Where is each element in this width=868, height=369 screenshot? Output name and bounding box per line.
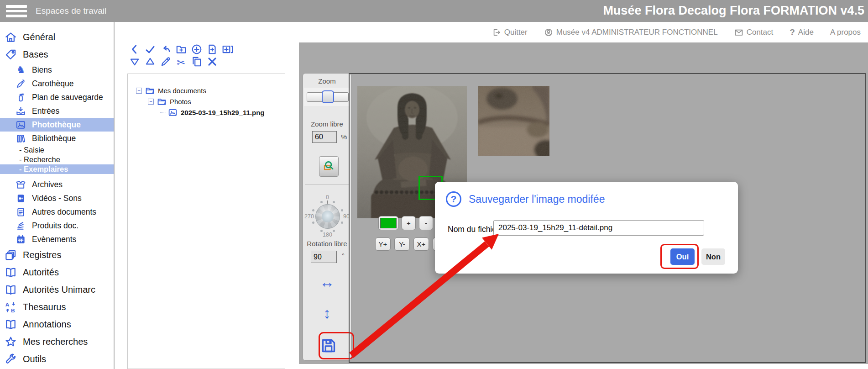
folder-plus-button[interactable] (175, 44, 187, 56)
check-icon (144, 43, 156, 57)
rotation-value-input[interactable] (311, 251, 337, 263)
sidebar-item-general[interactable]: Général (0, 28, 114, 46)
sidebar-item-biens[interactable]: ♞Biens (0, 63, 114, 77)
pen-icon (16, 79, 26, 89)
rotation-unit-label: ° (342, 252, 345, 259)
dial-knob-center (322, 211, 334, 222)
undo-icon (160, 43, 172, 57)
back-button[interactable] (129, 44, 141, 56)
dial-label-0: 0 (303, 194, 352, 200)
scissors-icon: ✂ (177, 58, 185, 68)
wrench-icon (5, 353, 17, 365)
sidebar-item-label: Biens (32, 65, 52, 75)
x-plus-button[interactable]: X+ (413, 237, 429, 251)
sidebar-item-plan-de-sauvegarde[interactable]: Plan de sauvegarde (0, 90, 114, 104)
sidebar-item-evenements[interactable]: Evènements (0, 232, 114, 246)
triangle-down-button[interactable] (129, 57, 141, 69)
color-swatch-button[interactable] (378, 216, 398, 230)
y-minus-button[interactable]: Y- (394, 237, 410, 251)
picture-icon (16, 120, 26, 130)
pencil-button[interactable] (160, 57, 172, 69)
dial-tick (327, 200, 328, 204)
sidebar-item-autorites-unimarc[interactable]: Autorités Unimarc (0, 281, 114, 298)
sidebar-item-autorites[interactable]: Autorités (0, 264, 114, 281)
triangle-up-button[interactable] (144, 57, 156, 69)
filename-input[interactable] (493, 220, 704, 236)
sidebar-item-label: Mes recherches (23, 337, 88, 347)
utility-label: Aide (798, 28, 814, 37)
minus-button[interactable]: - (419, 216, 433, 230)
sidebar-item-phototheque[interactable]: Photothèque (0, 118, 114, 132)
sidebar-item-label: - Exemplaires (19, 165, 68, 174)
file-plus-button[interactable] (206, 44, 218, 56)
close-button[interactable] (206, 57, 218, 69)
detail-crop-photo (478, 86, 549, 156)
contact-link[interactable]: Contact (734, 28, 774, 37)
image-file-icon (168, 108, 178, 117)
apply-zoom-button[interactable] (319, 156, 339, 177)
box-plus-button[interactable] (222, 44, 234, 56)
tree-node-file[interactable]: 2025-03-19_15h29_11.png (128, 107, 285, 118)
flip-vertical-button[interactable]: ↕ (303, 306, 351, 321)
menu-icon[interactable] (6, 5, 27, 17)
sidebar-item-bibliotheque[interactable]: Bibliothèque (0, 132, 114, 145)
tree-node-folder[interactable]: −Mes documents (128, 85, 285, 96)
sidebar-item-outils[interactable]: Outils (0, 350, 114, 368)
check-button[interactable] (144, 44, 156, 56)
quitter-link[interactable]: Quitter (492, 28, 528, 37)
plus-button[interactable]: + (402, 216, 416, 230)
magnifier-icon (322, 159, 336, 174)
y-plus-button[interactable]: Y+ (375, 237, 391, 251)
sidebar-item-label: Outils (23, 354, 46, 364)
sidebar-item-label: Général (23, 32, 55, 42)
separator (305, 184, 349, 185)
dial-knob[interactable] (315, 204, 340, 229)
svg-text:A: A (5, 301, 10, 308)
zoom-slider-thumb[interactable] (322, 90, 334, 103)
sidebar-item-bases[interactable]: Bases (0, 46, 114, 63)
flip-horizontal-button[interactable]: ↔ (303, 274, 351, 290)
sidebar-item-exemplaires[interactable]: - Exemplaires (0, 164, 114, 174)
sidebar-item-saisie[interactable]: - Saisie (0, 145, 114, 155)
user-link[interactable]: Musée v4 ADMINISTRATEUR FONCTIONNEL (544, 28, 718, 37)
sidebar-item-produits-doc[interactable]: Produits doc. (0, 219, 114, 232)
yes-button[interactable]: Oui (670, 248, 695, 265)
sidebar-item-label: - Saisie (19, 146, 44, 154)
utility-label: Contact (747, 28, 774, 37)
user-icon (544, 28, 553, 37)
dial-dot (341, 209, 343, 211)
undo-button[interactable] (160, 44, 172, 56)
circle-plus-button[interactable] (191, 44, 203, 56)
expander-icon[interactable]: − (148, 99, 154, 105)
rotation-dial[interactable]: 0 270 90 180 (303, 194, 352, 238)
sidebar-item-annotations[interactable]: Annotations (0, 316, 114, 333)
sidebar-item-autres-documents[interactable]: Autres documents (0, 205, 114, 219)
no-button[interactable]: Non (701, 248, 725, 265)
expander-icon[interactable]: − (136, 88, 142, 94)
aide-link[interactable]: ?Aide (790, 27, 814, 37)
video-icon (16, 193, 26, 204)
sidebar-item-registres[interactable]: Registres (0, 246, 114, 264)
scissors-button[interactable]: ✂ (175, 57, 187, 69)
sidebar-item-videos-sons[interactable]: Vidéos - Sons (0, 191, 114, 205)
sidebar-item-entrees[interactable]: Entrées (0, 104, 114, 118)
tree-node-folder[interactable]: −Photos (128, 96, 285, 107)
tag-icon (5, 48, 17, 61)
sidebar-item-mes-recherches[interactable]: Mes recherches (0, 333, 114, 350)
copy-button[interactable] (191, 57, 203, 69)
sidebar-item-recherche[interactable]: - Recherche (0, 155, 114, 164)
sidebar-item-carotheque[interactable]: Carothèque (0, 77, 114, 90)
sidebar-item-archives[interactable]: Archives (0, 178, 114, 191)
swatch-color-fill (380, 218, 397, 228)
a-propos-link[interactable]: A propos (830, 28, 861, 37)
zoom-value-input[interactable] (312, 131, 337, 143)
sidebar-item-label: Thesaurus (23, 302, 66, 312)
save-image-button[interactable] (319, 336, 338, 355)
home-icon (5, 31, 17, 43)
tree-node-label: Mes documents (158, 87, 206, 95)
circle-plus-icon (191, 43, 203, 57)
dial-dot (312, 209, 314, 211)
registers-icon (5, 249, 17, 261)
exit-icon (492, 28, 501, 37)
sidebar-item-thesaurus[interactable]: ABThesaurus (0, 298, 114, 316)
